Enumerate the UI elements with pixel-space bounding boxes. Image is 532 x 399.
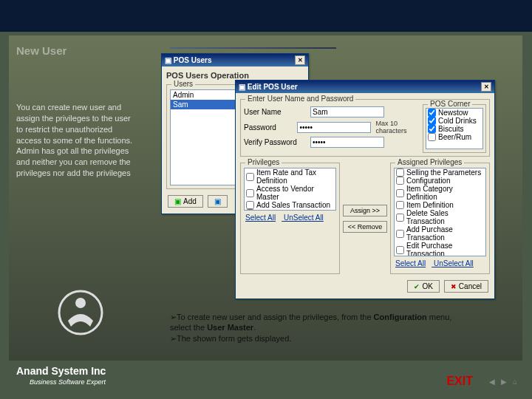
checkbox[interactable] (246, 173, 254, 181)
checkbox-label: Add Sales Transaction (256, 201, 330, 209)
cancel-button[interactable]: Cancel (444, 280, 488, 293)
assigned-privileges-list[interactable]: Selling the ParametersConfigurationItem … (394, 168, 486, 256)
company-tagline: Business Software Expert (30, 378, 106, 386)
checkbox-row[interactable]: Access to Vendor Master (245, 185, 335, 201)
checkbox-row[interactable]: Item Category Definition (395, 185, 485, 201)
checkbox-label: Item Category Definition (406, 185, 484, 201)
checkbox[interactable] (396, 168, 404, 177)
username-input[interactable] (310, 106, 384, 117)
checkbox[interactable] (396, 214, 404, 222)
checkbox-row[interactable]: Item Definition (395, 201, 485, 209)
edit-pos-user-window: ▣ Edit POS User ✕ Enter User Name and Pa… (235, 80, 495, 299)
checkbox-label: Configuration (406, 177, 450, 185)
checkbox-row[interactable]: Add Sales Transaction (245, 201, 335, 209)
unselect-all-link[interactable]: UnSelect All (284, 214, 324, 222)
checkbox[interactable] (428, 133, 436, 141)
pos-corner-list[interactable]: NewstowCold DrinksBiscuitsBeer/Rum (426, 108, 483, 149)
checkbox-row[interactable]: Cold Drinks (426, 117, 482, 125)
add-button[interactable]: ▣ Add (168, 195, 203, 208)
edit-user-titlebar[interactable]: ▣ Edit POS User ✕ (236, 81, 494, 93)
svg-point-1 (75, 298, 86, 308)
pos-users-titlebar[interactable]: ▣ POS Users ✕ (162, 54, 308, 66)
checkbox-label: Access to Vendor Master (256, 185, 334, 201)
unselect-all-link[interactable]: UnSelect All (434, 259, 474, 267)
exit-link[interactable]: EXIT (446, 375, 473, 388)
checkbox-label: Cold Drinks (438, 117, 477, 125)
window-icon: ▣ (239, 83, 245, 91)
checkbox-row[interactable]: Item Rate and Tax Definition (245, 168, 335, 185)
ok-button[interactable]: OK (407, 280, 439, 293)
password-input[interactable] (297, 122, 371, 133)
password-label: Password (244, 123, 297, 132)
privileges-legend: Privileges (245, 158, 282, 166)
checkbox-row[interactable]: Configuration (395, 177, 485, 185)
window-icon: ▣ (165, 56, 171, 64)
close-button[interactable]: ✕ (295, 55, 305, 65)
verify-password-label: Verify Password (244, 138, 310, 146)
privileges-list[interactable]: Item Rate and Tax DefinitionAccess to Ve… (244, 168, 336, 211)
checkbox[interactable] (396, 246, 404, 254)
nav-next-icon[interactable]: ▶ (501, 378, 507, 386)
checkbox[interactable] (396, 230, 404, 238)
checkbox[interactable] (428, 117, 436, 125)
svg-point-0 (59, 291, 102, 334)
checkbox-label: Item Definition (406, 201, 454, 209)
company-name: Anand System Inc (16, 365, 106, 377)
select-all-link[interactable]: Select All (395, 259, 426, 267)
checkbox-label: Selling the Parameters (406, 168, 481, 177)
checkbox-label: Newstow (438, 109, 468, 117)
checkbox[interactable] (428, 125, 436, 133)
checkbox-row[interactable]: Edit Purchase Transaction (395, 242, 485, 256)
password-hint: Max 10 characters (375, 120, 420, 134)
checkbox-row[interactable]: Beer/Rum (426, 133, 482, 141)
page-title: New User (16, 44, 66, 57)
checkbox-label: Edit Purchase Transaction (406, 242, 484, 256)
checkbox[interactable] (246, 189, 254, 197)
select-all-link[interactable]: Select All (245, 214, 276, 222)
checkbox-row[interactable]: Newstow (426, 109, 482, 117)
nav-arrows: ◀ ▶ ⌂ (489, 378, 517, 386)
checkbox-label: Item Rate and Tax Definition (256, 168, 334, 185)
checkbox-label: Add Purchase Transaction (406, 225, 484, 242)
checkbox-label: Biscuits (438, 125, 463, 133)
checkbox[interactable] (428, 109, 436, 117)
nav-prev-icon[interactable]: ◀ (489, 378, 495, 386)
company-logo (58, 290, 103, 335)
checkbox-row[interactable]: Delete Sales Transaction (395, 209, 485, 225)
pos-corner-legend: POS Corner (428, 100, 472, 108)
checkbox[interactable] (396, 201, 404, 209)
checkbox-label: Beer/Rum (438, 133, 471, 141)
checkbox-row[interactable]: Selling the Parameters (395, 168, 485, 177)
checkbox-row[interactable]: Add Purchase Transaction (395, 225, 485, 242)
instructions: ➢To create new user and assign the privi… (170, 312, 469, 344)
checkbox[interactable] (396, 177, 404, 185)
checkbox[interactable] (246, 201, 254, 209)
checkbox[interactable] (396, 189, 404, 197)
close-button[interactable]: ✕ (481, 82, 491, 92)
page-description: You can create new user and assign the p… (16, 102, 138, 179)
checkbox-label: Delete Sales Transaction (406, 209, 484, 225)
assign-button[interactable]: Assign >> (343, 205, 387, 216)
remove-button[interactable]: << Remove (343, 221, 387, 233)
edit-user-header: Enter User Name and Password (245, 95, 355, 103)
users-list-label: Users (171, 80, 195, 88)
assigned-privileges-legend: Assigned Privileges (395, 158, 464, 166)
edit-button[interactable]: ▣ (208, 195, 228, 208)
checkbox-row[interactable]: Biscuits (426, 125, 482, 133)
nav-home-icon[interactable]: ⌂ (513, 378, 517, 386)
verify-password-input[interactable] (310, 137, 384, 148)
username-label: User Name (244, 108, 310, 116)
